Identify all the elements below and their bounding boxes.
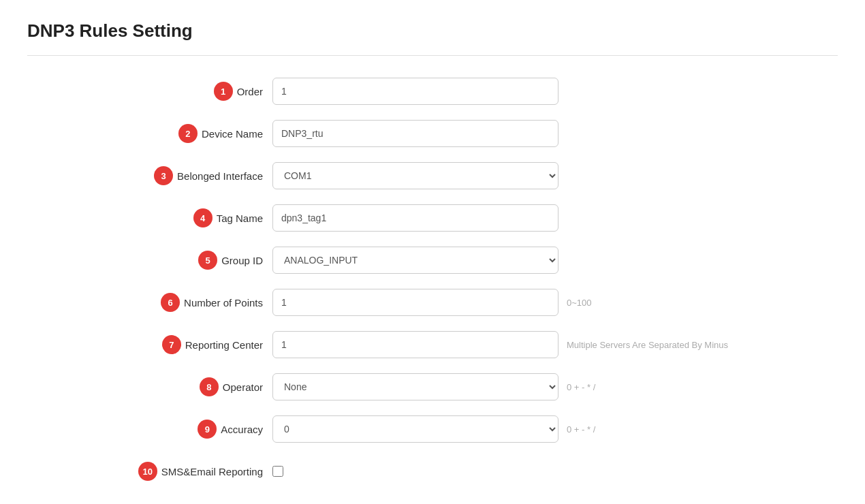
divider (27, 55, 838, 56)
input-area-operator: None+-*/0 + - * / (272, 373, 595, 400)
label-device-name: Device Name (202, 128, 263, 140)
form-row-number-of-points: 6Number of Points0~100 (27, 287, 640, 317)
badge-tag-name: 4 (193, 208, 213, 227)
page-title: DNP3 Rules Setting (27, 20, 838, 42)
form-row-group-id: 5Group IDANALOG_INPUTDIGITAL_INPUTANALOG… (27, 245, 640, 275)
input-area-device-name (272, 120, 559, 147)
form-row-belonged-interface: 3Belonged InterfaceCOM1COM2COM3 (27, 161, 640, 191)
device-name-input[interactable] (272, 120, 559, 147)
label-area-sms-email: 10SMS&Email Reporting (27, 462, 272, 481)
label-number-of-points: Number of Points (184, 297, 263, 309)
form-row-operator: 8OperatorNone+-*/0 + - * / (27, 372, 640, 402)
badge-accuracy: 9 (198, 420, 217, 439)
number-of-points-input[interactable] (272, 289, 559, 316)
form-row-device-name: 2Device Name (27, 119, 640, 148)
form-row-sms-email: 10SMS&Email Reporting (27, 456, 640, 486)
badge-device-name: 2 (178, 124, 198, 143)
input-area-number-of-points: 0~100 (272, 289, 592, 316)
tag-name-input[interactable] (272, 204, 559, 232)
sms-email-checkbox[interactable] (272, 466, 283, 477)
accuracy-select[interactable]: 01234 (272, 415, 559, 443)
input-area-group-id: ANALOG_INPUTDIGITAL_INPUTANALOG_OUTPUTDI… (272, 247, 559, 274)
form-row-reporting-center: 7Reporting CenterMultiple Servers Are Se… (27, 330, 640, 360)
label-sms-email: SMS&Email Reporting (161, 466, 263, 477)
label-area-reporting-center: 7Reporting Center (27, 335, 272, 354)
input-area-belonged-interface: COM1COM2COM3 (272, 162, 559, 189)
label-area-belonged-interface: 3Belonged Interface (27, 166, 272, 185)
input-area-tag-name (272, 204, 559, 232)
label-area-tag-name: 4Tag Name (27, 208, 272, 227)
input-area-sms-email (272, 466, 283, 477)
number-of-points-hint: 0~100 (567, 298, 592, 308)
label-belonged-interface: Belonged Interface (177, 170, 263, 182)
label-tag-name: Tag Name (217, 212, 263, 224)
badge-order: 1 (214, 82, 233, 101)
form-row-order: 1Order (27, 76, 640, 106)
badge-sms-email: 10 (138, 462, 157, 481)
label-reporting-center: Reporting Center (185, 339, 263, 351)
form-row-enable: 11Enable (27, 499, 640, 504)
label-area-group-id: 5Group ID (27, 251, 272, 270)
badge-operator: 8 (200, 377, 219, 396)
operator-select[interactable]: None+-*/ (272, 373, 559, 400)
form-container: 1Order2Device Name3Belonged InterfaceCOM… (27, 76, 640, 504)
order-input[interactable] (272, 78, 559, 105)
label-accuracy: Accuracy (221, 424, 263, 435)
form-row-tag-name: 4Tag Name (27, 203, 640, 233)
badge-belonged-interface: 3 (154, 166, 173, 185)
input-area-order (272, 78, 559, 105)
label-area-order: 1Order (27, 82, 272, 101)
label-area-device-name: 2Device Name (27, 124, 272, 143)
badge-reporting-center: 7 (162, 335, 181, 354)
reporting-center-hint: Multiple Servers Are Separated By Minus (567, 340, 728, 350)
label-area-accuracy: 9Accuracy (27, 420, 272, 439)
input-area-reporting-center: Multiple Servers Are Separated By Minus (272, 331, 728, 358)
badge-number-of-points: 6 (161, 293, 180, 312)
badge-group-id: 5 (198, 251, 217, 270)
input-area-accuracy: 012340 + - * / (272, 415, 595, 443)
accuracy-hint: 0 + - * / (567, 424, 595, 435)
label-operator: Operator (223, 381, 263, 393)
label-area-number-of-points: 6Number of Points (27, 293, 272, 312)
operator-hint: 0 + - * / (567, 382, 595, 392)
label-area-operator: 8Operator (27, 377, 272, 396)
belonged-interface-select[interactable]: COM1COM2COM3 (272, 162, 559, 189)
form-row-accuracy: 9Accuracy012340 + - * / (27, 414, 640, 444)
label-order: Order (237, 86, 263, 97)
group-id-select[interactable]: ANALOG_INPUTDIGITAL_INPUTANALOG_OUTPUTDI… (272, 247, 559, 274)
reporting-center-input[interactable] (272, 331, 559, 358)
label-group-id: Group ID (221, 255, 263, 266)
